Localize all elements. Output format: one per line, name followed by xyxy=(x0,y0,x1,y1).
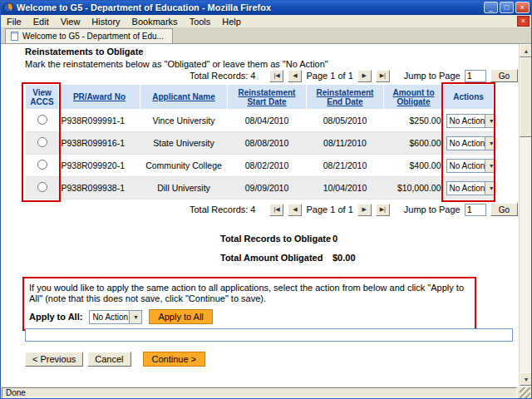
vertical-scrollbar[interactable]: ▲ ▼ xyxy=(519,44,532,386)
table-row: P938R099916-1 State University 08/08/201… xyxy=(26,132,494,155)
table-row: P938R099920-1 Community College 08/02/20… xyxy=(26,155,494,177)
dropdown-arrow-icon: ▼ xyxy=(485,137,497,150)
apply-all-note: If you would like to apply the same acti… xyxy=(29,283,470,304)
apply-all-section: If you would like to apply the same acti… xyxy=(22,277,476,331)
end-date-cell: 08/21/2010 xyxy=(307,155,384,177)
firefox-icon xyxy=(3,2,13,12)
jump-to-page-label: Jump to Page xyxy=(404,71,461,81)
page-title: Reinstatements to Obligate xyxy=(25,47,143,57)
first-page-button[interactable]: |◀ xyxy=(269,204,283,216)
close-button[interactable]: × xyxy=(515,2,530,13)
total-amount-obligated: Total Amount Obligated $0.00 xyxy=(220,253,356,263)
header-view-accs: View ACCS xyxy=(26,85,59,110)
award-cell: P938R099991-1 xyxy=(59,110,140,132)
window-title: Welcome to G5 - Department of Education … xyxy=(17,2,271,12)
action-select-value: No Action xyxy=(447,116,485,126)
reinstatements-table: View ACCS PR/Award No Applicant Name Rei… xyxy=(25,84,494,200)
header-pr-award-no[interactable]: PR/Award No xyxy=(59,85,140,110)
pagination-top: Total Records: 4 |◀ ◀ Page 1 of 1 ▶ ▶| J… xyxy=(190,69,518,82)
scrollbar-thumb[interactable] xyxy=(520,57,532,137)
scroll-down-icon[interactable]: ▼ xyxy=(520,372,532,386)
action-select-value: No Action xyxy=(447,161,485,170)
menu-bookmarks[interactable]: Bookmarks xyxy=(132,17,178,27)
dropdown-arrow-icon: ▼ xyxy=(485,115,497,127)
next-page-button[interactable]: ▶ xyxy=(357,70,372,82)
last-page-button[interactable]: ▶| xyxy=(376,70,390,82)
minimize-button[interactable]: _ xyxy=(484,2,498,13)
applicant-cell: Community College xyxy=(140,155,228,177)
apply-to-all-button[interactable]: Apply to All xyxy=(149,309,212,324)
start-date-cell: 09/09/2010 xyxy=(228,177,307,200)
view-accs-radio[interactable] xyxy=(37,137,47,147)
last-page-button[interactable]: ▶| xyxy=(376,204,390,216)
prev-page-button[interactable]: ◀ xyxy=(288,204,302,216)
tab-title: Welcome to G5 - Department of Edu... xyxy=(22,32,164,41)
award-cell: P938R099916-1 xyxy=(59,132,140,155)
menu-history[interactable]: History xyxy=(91,17,120,27)
navigation-buttons: < Previous Cancel Continue > xyxy=(25,352,205,367)
header-end-date[interactable]: Reinstatement End Date xyxy=(307,85,384,110)
menu-view[interactable]: View xyxy=(61,17,81,27)
continue-button[interactable]: Continue > xyxy=(143,352,206,367)
total-records-to-obligate-value: 0 xyxy=(332,234,337,244)
action-select[interactable]: No Action ▼ xyxy=(446,159,495,173)
amount-cell: $600.00 xyxy=(384,132,444,155)
end-date-cell: 08/05/2010 xyxy=(307,110,384,132)
action-select[interactable]: No Action ▼ xyxy=(446,114,495,128)
jump-to-page-label: Jump to Page xyxy=(404,204,461,214)
menu-edit[interactable]: Edit xyxy=(33,17,49,27)
jump-to-page-input[interactable] xyxy=(465,204,486,216)
instruction-text: Mark the reinstatements below as "Obliga… xyxy=(25,59,328,69)
total-amount-obligated-value: $0.00 xyxy=(332,253,356,263)
apply-all-action-select[interactable]: No Action ▼ xyxy=(89,310,142,324)
comment-input[interactable] xyxy=(25,328,513,342)
jump-to-page-input[interactable] xyxy=(465,70,486,82)
go-button[interactable]: Go xyxy=(490,203,518,216)
menubar-close-icon[interactable]: × xyxy=(517,16,530,27)
table-row: P938R099938-1 Dill University 09/09/2010… xyxy=(26,177,494,200)
header-amount[interactable]: Amount to Obligate xyxy=(384,85,444,110)
next-page-button[interactable]: ▶ xyxy=(357,204,372,216)
award-cell: P938R099920-1 xyxy=(59,155,140,177)
pagination-bottom: Total Records: 4 |◀ ◀ Page 1 of 1 ▶ ▶| J… xyxy=(190,203,518,216)
applicant-cell: Vince University xyxy=(140,110,228,132)
menu-file[interactable]: File xyxy=(7,17,22,27)
total-records-label: Total Records: 4 xyxy=(190,204,255,214)
maximize-button[interactable]: □ xyxy=(500,2,514,13)
view-accs-radio[interactable] xyxy=(37,115,47,125)
view-accs-radio[interactable] xyxy=(37,182,47,192)
header-start-date[interactable]: Reinstatement Start Date xyxy=(228,85,307,110)
total-records-to-obligate: Total Records to Obligate 0 xyxy=(220,234,337,244)
total-records-label: Total Records: 4 xyxy=(190,71,255,81)
applicant-cell: Dill University xyxy=(140,177,228,200)
browser-tab[interactable]: Welcome to G5 - Department of Edu... xyxy=(5,28,173,43)
end-date-cell: 08/11/2010 xyxy=(307,132,384,155)
menu-tools[interactable]: Tools xyxy=(190,17,211,27)
resize-grip[interactable] xyxy=(520,387,530,398)
total-records-to-obligate-label: Total Records to Obligate xyxy=(220,234,332,244)
amount-cell: $10,000.00 xyxy=(384,177,444,200)
status-bar: Done xyxy=(0,386,532,399)
first-page-button[interactable]: |◀ xyxy=(269,70,283,82)
action-select[interactable]: No Action ▼ xyxy=(446,181,495,195)
previous-button[interactable]: < Previous xyxy=(25,352,83,367)
scroll-up-icon[interactable]: ▲ xyxy=(520,44,532,57)
prev-page-button[interactable]: ◀ xyxy=(288,70,302,82)
action-select[interactable]: No Action ▼ xyxy=(446,136,495,150)
browser-content: Reinstatements to Obligate Mark the rein… xyxy=(0,44,532,386)
award-cell: P938R099938-1 xyxy=(59,177,140,200)
start-date-cell: 08/08/2010 xyxy=(228,132,307,155)
amount-cell: $250.00 xyxy=(384,110,444,132)
table-row: P938R099991-1 Vince University 08/04/201… xyxy=(26,110,494,132)
start-date-cell: 08/02/2010 xyxy=(228,155,307,177)
action-select-value: No Action xyxy=(447,139,485,148)
menu-help[interactable]: Help xyxy=(222,17,241,27)
page-indicator: Page 1 of 1 xyxy=(306,71,352,81)
go-button[interactable]: Go xyxy=(490,69,518,82)
title-bar: Welcome to G5 - Department of Education … xyxy=(0,0,532,15)
header-applicant-name[interactable]: Applicant Name xyxy=(140,85,228,110)
menu-bar: File Edit View History Bookmarks Tools H… xyxy=(0,15,532,28)
cancel-button[interactable]: Cancel xyxy=(87,352,131,367)
view-accs-radio[interactable] xyxy=(37,160,47,170)
dropdown-arrow-icon: ▼ xyxy=(485,160,497,172)
